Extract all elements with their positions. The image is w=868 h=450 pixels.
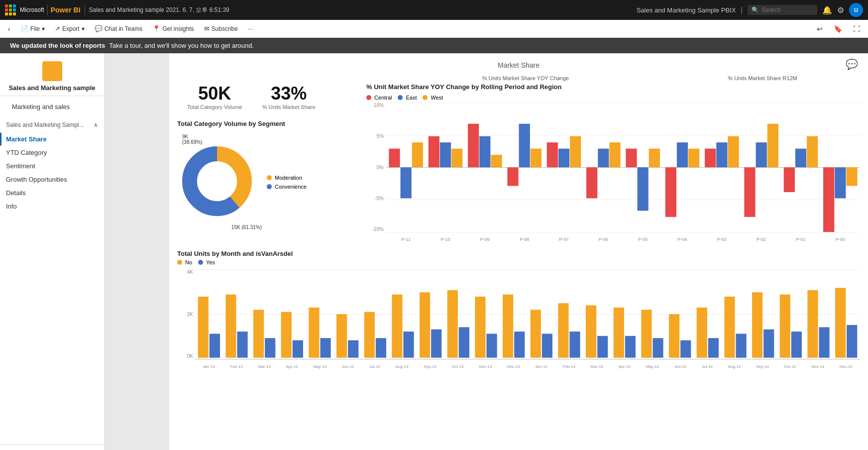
svg-rect-10 xyxy=(429,136,439,167)
svg-rect-36 xyxy=(767,124,778,167)
report-title: Market Share xyxy=(177,61,860,69)
svg-rect-58 xyxy=(403,332,414,358)
sidebar-item-sentiment[interactable]: Sentiment xyxy=(0,159,104,173)
subscribe-btn[interactable]: ✉ Subscribe xyxy=(200,23,242,34)
svg-rect-59 xyxy=(420,292,430,357)
svg-rect-14 xyxy=(479,136,490,167)
report-date-title: Sales and Marketing sample 2021. 6. 7. 오… xyxy=(89,6,229,14)
svg-rect-54 xyxy=(348,340,358,358)
svg-rect-31 xyxy=(705,149,716,167)
user-avatar[interactable]: U xyxy=(849,3,863,17)
svg-rect-0 xyxy=(47,66,52,71)
kpi-label-2: % Units Market Share xyxy=(262,104,316,110)
sidebar-nav: Market Share YTD Category Sentiment Grow… xyxy=(0,132,104,213)
teams-icon: 💬 xyxy=(95,25,103,32)
yoy-header-left: % Units Market Share YOY Change xyxy=(386,75,665,81)
insights-btn[interactable]: 📍 Get insights xyxy=(148,23,198,34)
bell-icon[interactable]: 🔔 xyxy=(822,5,832,15)
svg-rect-47 xyxy=(253,310,264,357)
sidebar: Sales and Marketing sample Marketing and… xyxy=(0,53,105,450)
svg-rect-16 xyxy=(507,167,518,186)
bottom-chart-section: Total Units by Month and isVanArsdel No … xyxy=(177,250,860,369)
left-panel: 50K Total Category Volume 33% % Units Ma… xyxy=(177,83,356,242)
bottom-bars-svg xyxy=(195,269,860,359)
svg-rect-13 xyxy=(468,124,479,167)
search-box[interactable]: 🔍 xyxy=(748,5,817,15)
svg-rect-89 xyxy=(835,288,846,357)
legend-dot-east xyxy=(398,95,403,100)
bottom-x-labels: Jan-13 Feb-13 Mar-13 Apr-13 May-13 Jun-1… xyxy=(195,364,860,369)
svg-rect-17 xyxy=(519,124,530,167)
undo-btn[interactable]: ↩ xyxy=(813,23,827,35)
banner-bold: We updated the look of reports xyxy=(10,42,105,49)
svg-rect-20 xyxy=(558,149,569,167)
report-area: 💬 Market Share % Units Market Share YOY … xyxy=(169,53,868,450)
yoy-chart-container: 10% 5% 0% -5% -10% xyxy=(366,103,860,242)
svg-rect-15 xyxy=(491,155,502,167)
sidebar-report-title: Sales and Marketing sample xyxy=(8,84,95,92)
svg-rect-46 xyxy=(237,332,247,358)
svg-rect-1 xyxy=(53,66,57,71)
svg-rect-21 xyxy=(570,136,581,167)
export-btn[interactable]: ↗ Export ▾ xyxy=(51,23,89,34)
svg-rect-69 xyxy=(558,303,568,358)
chevron-icon: ∧ xyxy=(94,121,98,128)
file-btn[interactable]: 📄 File ▾ xyxy=(16,23,49,34)
search-input[interactable] xyxy=(762,6,812,13)
svg-rect-18 xyxy=(531,149,542,167)
svg-point-6 xyxy=(197,161,237,201)
svg-rect-40 xyxy=(823,167,834,232)
svg-rect-78 xyxy=(680,340,691,358)
svg-rect-73 xyxy=(614,308,624,358)
sidebar-item-marketing-sales[interactable]: Marketing and sales xyxy=(6,100,98,113)
sidebar-item-info[interactable]: Info xyxy=(0,200,104,213)
sidebar-item-market-share[interactable]: Market Share xyxy=(0,132,104,146)
sidebar-item-ytd-category[interactable]: YTD Category xyxy=(0,146,104,159)
svg-rect-57 xyxy=(392,295,402,358)
back-btn[interactable]: ‹ xyxy=(4,23,14,35)
donut-label-top: 9K (38.69%) xyxy=(182,134,203,145)
donut-legend: Moderation Convenience xyxy=(267,175,307,190)
legend-moderation: Moderation xyxy=(267,175,307,181)
main-layout: Sales and Marketing sample Marketing and… xyxy=(0,53,868,450)
legend-dot-moderation xyxy=(267,175,272,180)
kpi-label-1: Total Category Volume xyxy=(187,104,242,110)
sidebar-header: Sales and Marketing sample xyxy=(0,53,104,96)
more-btn[interactable]: ··· xyxy=(244,23,257,34)
svg-rect-35 xyxy=(756,142,767,167)
update-banner: We updated the look of reports Take a to… xyxy=(0,38,868,53)
svg-rect-82 xyxy=(736,334,746,357)
svg-rect-83 xyxy=(752,292,762,357)
svg-rect-49 xyxy=(281,312,292,358)
donut-section: Total Category Volume by Segment 9K (38.… xyxy=(177,120,356,232)
chat-teams-btn[interactable]: 💬 Chat in Teams xyxy=(91,23,146,34)
sidebar-item-growth-opportunities[interactable]: Growth Opportunities xyxy=(0,173,104,186)
svg-rect-41 xyxy=(835,167,846,198)
legend-label-convenience: Convenience xyxy=(275,184,307,190)
sidebar-report-icon xyxy=(42,61,62,81)
settings-icon[interactable]: ⚙ xyxy=(837,5,844,15)
svg-rect-29 xyxy=(677,142,688,167)
app-grid-icon[interactable] xyxy=(5,4,16,15)
export-icon: ↗ xyxy=(55,25,60,32)
sidebar-group-header[interactable]: Sales and Marketing Sampl... ∧ xyxy=(0,117,104,132)
legend-dot-yes xyxy=(198,260,203,265)
svg-rect-90 xyxy=(847,325,857,358)
subscribe-icon: ✉ xyxy=(204,25,210,32)
yoy-y-labels: 10% 5% 0% -5% -10% xyxy=(366,103,384,232)
banner-body: Take a tour, and we'll show you how to g… xyxy=(109,42,254,49)
bookmark-btn[interactable]: 🔖 xyxy=(830,23,846,35)
fullscreen-btn[interactable]: ⛶ xyxy=(849,23,864,35)
svg-rect-85 xyxy=(780,295,790,358)
svg-rect-34 xyxy=(744,167,755,217)
comment-icon[interactable]: 💬 xyxy=(846,58,858,70)
svg-rect-22 xyxy=(586,167,597,198)
bottom-chart-container: 4K 2K 0K Jan-13 Feb-13 xyxy=(177,269,860,369)
svg-rect-42 xyxy=(846,167,857,186)
bottom-legend: No Yes xyxy=(177,259,860,265)
svg-rect-27 xyxy=(649,149,660,167)
svg-rect-44 xyxy=(210,334,220,357)
donut-svg xyxy=(177,141,257,221)
file-icon: 📄 xyxy=(20,25,28,32)
sidebar-item-details[interactable]: Details xyxy=(0,186,104,200)
